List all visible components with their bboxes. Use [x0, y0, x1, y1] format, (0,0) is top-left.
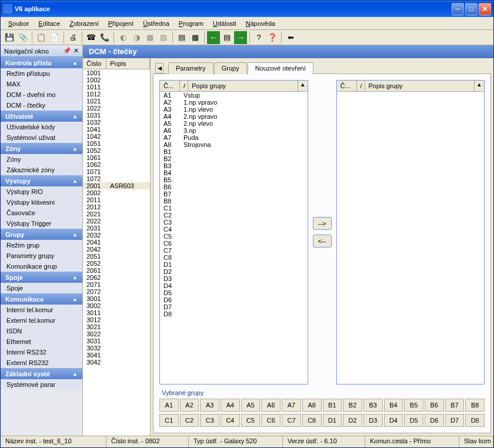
maximize-button[interactable]: □	[465, 3, 478, 15]
group-cell-A3[interactable]: A3	[200, 399, 219, 412]
list-row[interactable]: 2011	[83, 196, 150, 203]
menu-události[interactable]: Události	[209, 19, 241, 28]
list-row[interactable]: 1071	[83, 168, 150, 175]
group-row[interactable]: B5	[160, 176, 308, 183]
group-cell-D7[interactable]: D7	[445, 414, 465, 427]
nav-item[interactable]: Režim grup	[1, 240, 82, 250]
group-row[interactable]: C7	[160, 247, 308, 254]
group-cell-A1[interactable]: A1	[159, 399, 179, 412]
list-row[interactable]: 3011	[83, 309, 150, 316]
list-row[interactable]: 1041	[83, 126, 150, 133]
list-row[interactable]: 2021	[83, 210, 150, 218]
list-row[interactable]: 2041	[83, 239, 150, 246]
group-cell-D6[interactable]: D6	[425, 414, 444, 427]
group-row[interactable]: A31.np vlevo	[160, 106, 308, 113]
list-row[interactable]: 2051	[83, 253, 150, 260]
group-row[interactable]: D1	[160, 261, 308, 268]
group-cell-C3[interactable]: C3	[200, 414, 219, 427]
accordion-Výstupy[interactable]: Výstupy▲	[1, 175, 82, 186]
menu-ústředna[interactable]: Ústředna	[139, 19, 173, 28]
move-left-button[interactable]: <--	[313, 235, 332, 248]
nav-item[interactable]: MAX	[1, 79, 82, 89]
nav-item[interactable]: Interní tel.komur	[1, 305, 82, 315]
hangup-icon[interactable]: 📞	[98, 31, 111, 44]
group-cell-A8[interactable]: A8	[302, 399, 322, 412]
list-row[interactable]: 1052	[83, 147, 150, 154]
tool2-icon[interactable]: ◑	[130, 31, 143, 44]
menu-připojení[interactable]: Připojení	[104, 19, 138, 28]
group-cell-B2[interactable]: B2	[343, 399, 362, 412]
right-col-slash[interactable]: /	[357, 81, 365, 91]
list-row[interactable]: 3031	[83, 337, 150, 345]
group-row[interactable]: B8	[160, 198, 308, 205]
list-row[interactable]: 1042	[83, 133, 150, 140]
tool3-icon[interactable]: ▦	[143, 31, 156, 44]
list-row[interactable]: 3001	[83, 295, 150, 302]
group-row[interactable]: B1	[160, 148, 308, 155]
nav-item[interactable]: Ethernet	[1, 336, 82, 347]
group-row[interactable]: B4	[160, 169, 308, 176]
group-cell-D1[interactable]: D1	[323, 414, 342, 427]
save-icon[interactable]: 💾	[3, 31, 16, 44]
help-icon[interactable]: ?	[252, 31, 265, 44]
back-icon[interactable]: ←	[207, 31, 220, 44]
list-row[interactable]: 1051	[83, 140, 150, 147]
group-row[interactable]: D3	[160, 275, 308, 282]
group-row[interactable]: B6	[160, 183, 308, 190]
nav-item[interactable]: DCM - čtečky	[1, 100, 82, 111]
list-row[interactable]: 1032	[83, 119, 150, 126]
group-row[interactable]: C8	[160, 254, 308, 261]
list-row[interactable]: 2001ASR603	[83, 182, 150, 189]
group-row[interactable]: C5	[160, 233, 308, 240]
list-row[interactable]: 1022	[83, 105, 150, 112]
menu-zobrazení[interactable]: Zobrazení	[65, 19, 103, 28]
group-cell-B3[interactable]: B3	[363, 399, 383, 412]
group-row[interactable]: B7	[160, 190, 308, 198]
group-row[interactable]: D6	[160, 296, 308, 303]
tab-nav-left[interactable]: ◀	[155, 63, 163, 73]
nav-item[interactable]: Režim přístupu	[1, 68, 82, 79]
group-row[interactable]: A42.np vpravo	[160, 113, 308, 120]
list-icon[interactable]: ▤	[175, 31, 188, 44]
print-icon[interactable]: 🖨	[66, 31, 79, 44]
nav-item[interactable]: Výstupy klávesni	[1, 197, 82, 208]
nav-item[interactable]: DCM - dveřní mo	[1, 89, 82, 100]
right-col-code[interactable]: Č...	[337, 81, 357, 91]
list-row[interactable]: 2002	[83, 189, 150, 196]
list-row[interactable]: 2012	[83, 203, 150, 210]
group-cell-B4[interactable]: B4	[384, 399, 403, 412]
list-row[interactable]: 1031	[83, 112, 150, 119]
paste-icon[interactable]: 📄	[48, 31, 61, 44]
group-cell-B8[interactable]: B8	[465, 399, 485, 412]
list-row[interactable]: 1021	[83, 98, 150, 105]
accordion-Kontrola přístu[interactable]: Kontrola přístu▲	[1, 57, 82, 68]
group-row[interactable]: D5	[160, 289, 308, 296]
accordion-Grupy[interactable]: Grupy▲	[1, 229, 82, 240]
list-row[interactable]: 1002	[83, 76, 150, 83]
group-row[interactable]: D8	[160, 310, 308, 317]
group-cell-A4[interactable]: A4	[221, 399, 240, 412]
list-row[interactable]: 2061	[83, 267, 150, 274]
group-cell-D2[interactable]: D2	[343, 414, 362, 427]
list-row[interactable]: 3032	[83, 345, 150, 352]
col-desc[interactable]: Popis	[106, 58, 150, 69]
group-row[interactable]: D2	[160, 268, 308, 275]
nav-item[interactable]: Parametry grupy	[1, 250, 82, 261]
forward-icon[interactable]: →	[234, 31, 247, 44]
list-row[interactable]: 1012	[83, 91, 150, 98]
form-icon[interactable]: ▤	[221, 31, 233, 44]
menu-soubor[interactable]: Soubor	[4, 19, 33, 28]
list-row[interactable]: 2052	[83, 260, 150, 267]
group-cell-C2[interactable]: C2	[180, 414, 199, 427]
group-row[interactable]: D7	[160, 303, 308, 310]
group-row[interactable]: A63.np	[160, 127, 308, 134]
accordion-Komunikace[interactable]: Komunikace▲	[1, 293, 82, 305]
tool1-icon[interactable]: ◐	[116, 31, 129, 44]
scroll-up-icon[interactable]: ▴	[475, 81, 484, 91]
tab-Grupy[interactable]: Grupy	[214, 62, 247, 74]
group-row[interactable]: A52.np vlevo	[160, 120, 308, 127]
group-row[interactable]: C2	[160, 212, 308, 219]
list-row[interactable]: 1061	[83, 154, 150, 161]
group-cell-C5[interactable]: C5	[241, 414, 261, 427]
list-row[interactable]: 1001	[83, 69, 150, 76]
